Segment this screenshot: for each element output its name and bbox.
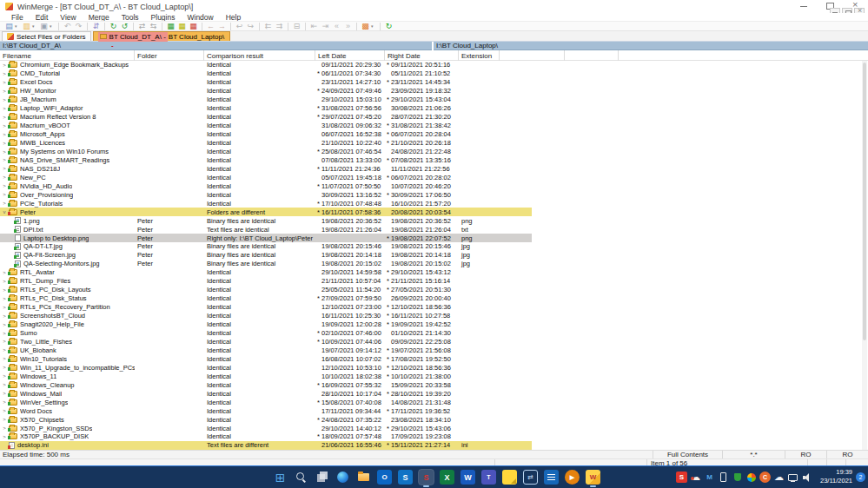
tab-compare[interactable]: BT Cloud_DT_A\ - BT Cloud_Laptop\ [93,31,231,41]
table-row[interactable]: QA-DT-LT.jpgPeterBinary files are identi… [0,242,868,251]
table-row[interactable]: >My Systems on Win10 ForumsIdentical*25/… [0,148,868,156]
menu-tools[interactable]: Tools [116,13,145,22]
table-row[interactable]: >Microsoft_AppsIdentical06/07/2021 16:52… [0,130,868,139]
ccleaner-tray-icon[interactable]: C [759,472,771,483]
table-row[interactable]: >NVidia_HD_AudioIdentical*11/07/2021 07:… [0,181,868,190]
table-row[interactable]: desktop.iniText files are different21/06… [0,441,868,450]
table-row[interactable]: >CMD_TutorialIdentical*06/11/2021 07:34:… [0,69,868,78]
excel-icon[interactable]: X [440,470,454,485]
table-row[interactable]: DPI.txtPeterText files are identical19/0… [0,225,868,234]
last-diff-icon[interactable]: ⇥ [320,22,331,30]
winmerge-icon[interactable]: W [586,470,600,485]
word-icon[interactable]: W [461,470,475,485]
table-row[interactable]: >X570_P_Kingston_SSDsIdentical29/10/2021… [0,424,868,432]
table-row[interactable]: Laptop to Desktop.pngPeterRight only: I:… [0,234,868,242]
onedrive-tray-icon[interactable]: ☁ [773,472,785,483]
table-row[interactable]: QA-Fit-Screen.jpgPeterBinary files are i… [0,251,868,260]
column-header-right-date[interactable]: Right Date [385,50,459,61]
undo-icon[interactable]: ↶ [62,22,73,30]
start-icon[interactable] [273,470,288,485]
table-row[interactable]: >Macrium Reflect Version 8Identical*29/0… [0,113,868,122]
book-icon[interactable] [544,470,559,485]
snagit-capture-icon[interactable]: S [398,470,413,485]
plugins-icon[interactable]: ↻ [383,22,394,30]
show-different-icon[interactable]: ▦ [176,22,188,30]
right-pane-header[interactable]: I:\BT Cloud_Laptop\ [434,42,868,50]
snagit-tray-icon[interactable]: S [676,472,687,483]
table-row[interactable]: vPeterFolders are different*16/11/2021 0… [0,208,868,216]
search-icon[interactable] [294,470,308,485]
table-row[interactable]: >Macrium_vBOOTIdentical31/08/2021 09:06:… [0,122,868,130]
table-row[interactable]: >RTLs_PC_Disk_StatusIdentical*27/09/2021… [0,294,868,303]
copy-right-advance-icon[interactable]: ⇉ [274,22,285,30]
menu-help[interactable]: Help [220,13,247,22]
display-tray-icon[interactable] [787,472,798,483]
table-row[interactable]: >New_PCIdentical05/07/2021 19:45:18*06/0… [0,173,868,181]
menu-view[interactable]: View [54,13,82,22]
usb-tray-icon[interactable] [718,472,729,483]
table-row[interactable]: >NAS_DS218JIdentical*11/11/2021 21:24:36… [0,164,868,173]
taskbar-clock[interactable]: 19:39 23/11/2021 [812,468,852,485]
table-row[interactable]: >JB_MacriumIdentical29/10/2021 15:03:10*… [0,96,868,104]
new-dropdown-icon[interactable]: ▾ [15,23,21,29]
table-row[interactable]: >Windows_11Identical10/10/2021 18:02:38*… [0,372,868,380]
table-row[interactable]: >UK_BiobankIdentical19/07/2021 09:14:12*… [0,346,868,354]
open-icon[interactable]: ▥ [21,22,32,30]
column-header-extension[interactable]: Extension [459,50,500,61]
scrollbar-thumb[interactable] [863,63,866,340]
column-header-filename[interactable]: Filename [0,50,135,61]
table-row[interactable]: >SumoIdentical*02/10/2021 07:46:0001/10/… [0,329,868,338]
shield-tray-icon[interactable] [732,472,743,483]
table-row[interactable]: >RTLs_PC_Disk_LayoutsIdentical25/05/2021… [0,286,868,294]
save-icon[interactable]: ▣ [38,22,50,30]
prev-conflict-icon[interactable]: « [331,22,342,30]
view-switch-icon[interactable]: ⇵ [90,22,102,30]
defender-tray-icon[interactable] [745,472,757,483]
table-row[interactable]: >ScreenshotsBT_CloudIdentical16/11/2021 … [0,312,868,320]
table-row[interactable]: >NAS_Drive_SMART_ReadingsIdentical07/08/… [0,155,868,164]
prev-diff-icon[interactable]: ← [205,22,216,30]
auto-merge-icon[interactable]: ⊟ [291,22,302,30]
notification-badge[interactable]: 2 [856,472,865,482]
table-row[interactable]: >RTLs_PCs_Recovery_PartitionIdentical12/… [0,303,868,312]
table-row[interactable]: >Over_ProvisioningIdentical30/09/2021 13… [0,190,868,199]
file-explorer-icon[interactable] [356,470,371,485]
remote-desktop-icon[interactable]: ⇄ [523,470,538,485]
show-identical-icon[interactable]: ▦ [165,22,176,30]
table-row[interactable]: >Laptop_WiFi_AdaptorIdentical*31/08/2021… [0,104,868,113]
teams-icon[interactable]: T [481,470,496,485]
redo-icon[interactable]: ↷ [73,22,84,30]
table-row[interactable]: >Windows_CleanupIdentical*16/09/2021 07:… [0,380,868,389]
options-icon[interactable]: ▩ [360,22,371,30]
table-row[interactable]: >Excel DocsIdentical23/11/2021 14:27:10*… [0,78,868,87]
new-icon[interactable]: ▤ [3,22,15,30]
copy-left-advance-icon[interactable]: ⇇ [262,22,274,30]
refresh-selected-icon[interactable]: ↺ [119,22,130,30]
table-row[interactable]: >HW_MonitorIdentical*24/09/2021 07:49:46… [0,87,868,96]
first-diff-icon[interactable]: ⇤ [308,22,320,30]
tab-select-files[interactable]: Select Files or Folders [2,31,91,41]
column-header-left-date[interactable]: Left Date [315,50,385,61]
table-row[interactable]: >RTL_Dump_FilesIdentical21/11/2021 10:57… [0,277,868,286]
table-row[interactable]: >Chromium_Edge Bookmark_BackupsIdentical… [0,61,868,69]
options-dropdown-icon[interactable]: ▾ [371,23,377,29]
table-row[interactable]: >X570P_BACKUP_DISKIdentical*18/09/2021 0… [0,432,868,441]
compare-icon[interactable]: ⇄ [136,22,148,30]
menu-merge[interactable]: Merge [83,13,116,22]
open-dropdown-icon[interactable]: ▾ [32,23,38,29]
table-row[interactable]: 1.pngPeterBinary files are identical19/0… [0,216,868,225]
table-row[interactable]: >PCIe_TutorialsIdentical*17/10/2021 07:4… [0,199,868,208]
outlook-icon[interactable]: O [377,470,392,485]
table-row[interactable]: >RTL_AvatarIdentical29/10/2021 14:59:58*… [0,268,868,277]
menu-plugins[interactable]: Plugins [145,13,182,22]
table-row[interactable]: >Win_11_Upgrade_to_incompatible_PCsIdent… [0,363,868,372]
table-row[interactable]: >Two_Little_FishesIdentical*10/09/2021 0… [0,338,868,346]
compare-selected-icon[interactable]: ⇆ [148,22,159,30]
table-row[interactable]: QA-Selecting-Monitors.jpgPeterBinary fil… [0,260,868,268]
table-row[interactable]: >Windows_MailIdentical28/10/2021 10:17:0… [0,389,868,398]
table-row[interactable]: >Win10_TutorialsIdentical16/08/2021 10:0… [0,354,868,363]
table-row[interactable]: >WinVer_SettingsIdentical*15/08/2021 07:… [0,398,868,406]
malwarebytes-tray-icon[interactable]: M [704,472,715,483]
left-pane-header[interactable]: I:\BT Cloud_DT_A\ - [0,42,432,50]
copy-right-icon[interactable]: ↪ [245,22,256,30]
